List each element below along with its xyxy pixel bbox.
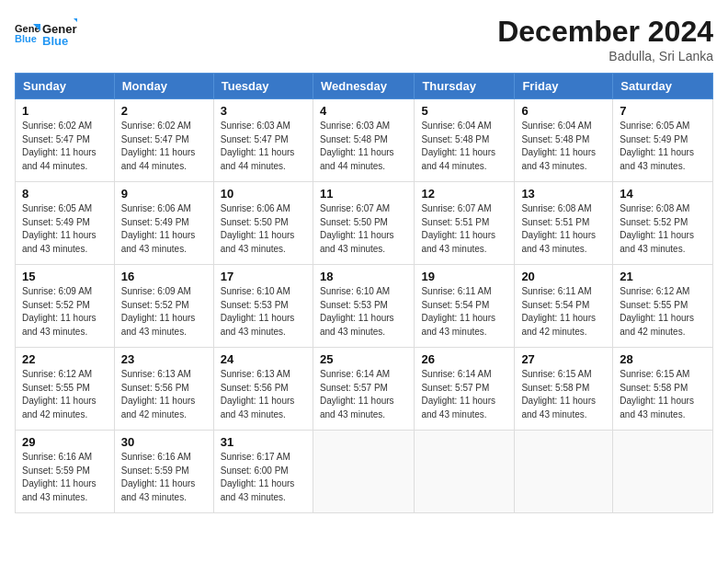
calendar-cell: 26Sunrise: 6:14 AMSunset: 5:57 PMDayligh… xyxy=(415,348,515,431)
day-info: Sunrise: 6:14 AMSunset: 5:57 PMDaylight:… xyxy=(421,368,507,421)
calendar-cell xyxy=(415,431,515,513)
calendar-cell: 9Sunrise: 6:06 AMSunset: 5:49 PMDaylight… xyxy=(114,182,213,265)
calendar-cell: 14Sunrise: 6:08 AMSunset: 5:52 PMDayligh… xyxy=(613,182,713,265)
svg-text:Blue: Blue xyxy=(42,34,68,48)
calendar-table: SundayMondayTuesdayWednesdayThursdayFrid… xyxy=(15,73,713,513)
day-info: Sunrise: 6:14 AMSunset: 5:57 PMDaylight:… xyxy=(320,368,407,421)
calendar-cell: 23Sunrise: 6:13 AMSunset: 5:56 PMDayligh… xyxy=(114,348,213,431)
day-number: 13 xyxy=(521,187,606,201)
calendar-cell: 29Sunrise: 6:16 AMSunset: 5:59 PMDayligh… xyxy=(16,431,115,513)
day-number: 24 xyxy=(221,352,306,366)
day-number: 20 xyxy=(521,270,606,283)
calendar-cell: 24Sunrise: 6:13 AMSunset: 5:56 PMDayligh… xyxy=(213,348,313,431)
day-info: Sunrise: 6:05 AMSunset: 5:49 PMDaylight:… xyxy=(22,202,108,256)
day-info: Sunrise: 6:07 AMSunset: 5:50 PMDaylight:… xyxy=(320,202,407,256)
title-block: December 2024 Badulla, Sri Lanka xyxy=(497,15,713,63)
day-info: Sunrise: 6:07 AMSunset: 5:51 PMDaylight:… xyxy=(421,202,507,256)
calendar-week-3: 15Sunrise: 6:09 AMSunset: 5:52 PMDayligh… xyxy=(16,265,713,348)
day-info: Sunrise: 6:03 AMSunset: 5:47 PMDaylight:… xyxy=(221,120,306,173)
day-number: 29 xyxy=(22,435,108,449)
day-number: 16 xyxy=(121,270,207,283)
day-info: Sunrise: 6:15 AMSunset: 5:58 PMDaylight:… xyxy=(521,368,606,421)
calendar-header-row: SundayMondayTuesdayWednesdayThursdayFrid… xyxy=(16,74,713,99)
day-info: Sunrise: 6:09 AMSunset: 5:52 PMDaylight:… xyxy=(121,285,207,339)
logo-bird-icon: General Blue xyxy=(42,15,77,50)
day-info: Sunrise: 6:12 AMSunset: 5:55 PMDaylight:… xyxy=(620,285,706,339)
calendar-week-5: 29Sunrise: 6:16 AMSunset: 5:59 PMDayligh… xyxy=(16,431,713,513)
day-info: Sunrise: 6:08 AMSunset: 5:52 PMDaylight:… xyxy=(620,202,706,256)
calendar-cell: 4Sunrise: 6:03 AMSunset: 5:48 PMDaylight… xyxy=(313,99,414,182)
calendar-cell: 8Sunrise: 6:05 AMSunset: 5:49 PMDaylight… xyxy=(16,182,115,265)
calendar-cell: 22Sunrise: 6:12 AMSunset: 5:55 PMDayligh… xyxy=(16,348,115,431)
day-number: 7 xyxy=(620,104,706,118)
day-info: Sunrise: 6:05 AMSunset: 5:49 PMDaylight:… xyxy=(620,120,706,173)
calendar-cell xyxy=(613,431,713,513)
day-info: Sunrise: 6:08 AMSunset: 5:51 PMDaylight:… xyxy=(521,202,606,256)
day-info: Sunrise: 6:09 AMSunset: 5:52 PMDaylight:… xyxy=(22,285,108,339)
day-info: Sunrise: 6:10 AMSunset: 5:53 PMDaylight:… xyxy=(221,285,306,339)
day-info: Sunrise: 6:06 AMSunset: 5:50 PMDaylight:… xyxy=(221,202,306,256)
day-number: 3 xyxy=(221,104,306,118)
day-info: Sunrise: 6:04 AMSunset: 5:48 PMDaylight:… xyxy=(521,120,606,173)
col-header-monday: Monday xyxy=(114,74,213,99)
col-header-saturday: Saturday xyxy=(613,74,713,99)
calendar-cell: 25Sunrise: 6:14 AMSunset: 5:57 PMDayligh… xyxy=(313,348,414,431)
day-number: 31 xyxy=(221,435,306,449)
calendar-cell: 31Sunrise: 6:17 AMSunset: 6:00 PMDayligh… xyxy=(213,431,313,513)
day-info: Sunrise: 6:04 AMSunset: 5:48 PMDaylight:… xyxy=(421,120,507,173)
calendar-cell: 6Sunrise: 6:04 AMSunset: 5:48 PMDaylight… xyxy=(515,99,613,182)
day-number: 2 xyxy=(121,104,207,118)
col-header-wednesday: Wednesday xyxy=(313,74,414,99)
calendar-cell xyxy=(515,431,613,513)
day-info: Sunrise: 6:17 AMSunset: 6:00 PMDaylight:… xyxy=(221,451,306,504)
day-number: 5 xyxy=(421,104,507,118)
calendar-cell: 17Sunrise: 6:10 AMSunset: 5:53 PMDayligh… xyxy=(213,265,313,348)
day-number: 9 xyxy=(121,187,207,201)
calendar-cell: 13Sunrise: 6:08 AMSunset: 5:51 PMDayligh… xyxy=(515,182,613,265)
day-number: 11 xyxy=(320,187,407,201)
calendar-cell: 18Sunrise: 6:10 AMSunset: 5:53 PMDayligh… xyxy=(313,265,414,348)
calendar-cell: 15Sunrise: 6:09 AMSunset: 5:52 PMDayligh… xyxy=(16,265,115,348)
day-number: 10 xyxy=(221,187,306,201)
day-info: Sunrise: 6:13 AMSunset: 5:56 PMDaylight:… xyxy=(121,368,207,421)
svg-text:Blue: Blue xyxy=(15,33,37,44)
location: Badulla, Sri Lanka xyxy=(497,49,713,63)
day-number: 25 xyxy=(320,352,407,366)
col-header-tuesday: Tuesday xyxy=(213,74,313,99)
day-number: 14 xyxy=(620,187,706,201)
day-number: 8 xyxy=(22,187,108,201)
col-header-thursday: Thursday xyxy=(415,74,515,99)
day-info: Sunrise: 6:06 AMSunset: 5:49 PMDaylight:… xyxy=(121,202,207,256)
day-info: Sunrise: 6:02 AMSunset: 5:47 PMDaylight:… xyxy=(121,120,207,173)
calendar-cell: 12Sunrise: 6:07 AMSunset: 5:51 PMDayligh… xyxy=(415,182,515,265)
calendar-cell: 28Sunrise: 6:15 AMSunset: 5:58 PMDayligh… xyxy=(613,348,713,431)
calendar-cell: 1Sunrise: 6:02 AMSunset: 5:47 PMDaylight… xyxy=(16,99,115,182)
logo-icon: General Blue xyxy=(15,19,40,45)
calendar-cell: 2Sunrise: 6:02 AMSunset: 5:47 PMDaylight… xyxy=(114,99,213,182)
logo: General Blue General Blue xyxy=(15,15,77,50)
day-number: 18 xyxy=(320,270,407,283)
col-header-friday: Friday xyxy=(515,74,613,99)
day-number: 23 xyxy=(121,352,207,366)
page-header: General Blue General Blue December 2024 … xyxy=(15,15,713,63)
day-number: 26 xyxy=(421,352,507,366)
day-number: 17 xyxy=(221,270,306,283)
day-info: Sunrise: 6:16 AMSunset: 5:59 PMDaylight:… xyxy=(121,451,207,504)
calendar-cell: 27Sunrise: 6:15 AMSunset: 5:58 PMDayligh… xyxy=(515,348,613,431)
calendar-cell: 3Sunrise: 6:03 AMSunset: 5:47 PMDaylight… xyxy=(213,99,313,182)
month-title: December 2024 xyxy=(497,15,713,49)
calendar-cell: 11Sunrise: 6:07 AMSunset: 5:50 PMDayligh… xyxy=(313,182,414,265)
calendar-cell: 10Sunrise: 6:06 AMSunset: 5:50 PMDayligh… xyxy=(213,182,313,265)
day-number: 30 xyxy=(121,435,207,449)
day-number: 19 xyxy=(421,270,507,283)
calendar-cell: 30Sunrise: 6:16 AMSunset: 5:59 PMDayligh… xyxy=(114,431,213,513)
day-number: 28 xyxy=(620,352,706,366)
day-info: Sunrise: 6:02 AMSunset: 5:47 PMDaylight:… xyxy=(22,120,108,173)
calendar-cell: 7Sunrise: 6:05 AMSunset: 5:49 PMDaylight… xyxy=(613,99,713,182)
day-info: Sunrise: 6:03 AMSunset: 5:48 PMDaylight:… xyxy=(320,120,407,173)
calendar-cell xyxy=(313,431,414,513)
col-header-sunday: Sunday xyxy=(16,74,115,99)
calendar-week-1: 1Sunrise: 6:02 AMSunset: 5:47 PMDaylight… xyxy=(16,99,713,182)
day-info: Sunrise: 6:11 AMSunset: 5:54 PMDaylight:… xyxy=(421,285,507,339)
day-info: Sunrise: 6:16 AMSunset: 5:59 PMDaylight:… xyxy=(22,451,108,504)
